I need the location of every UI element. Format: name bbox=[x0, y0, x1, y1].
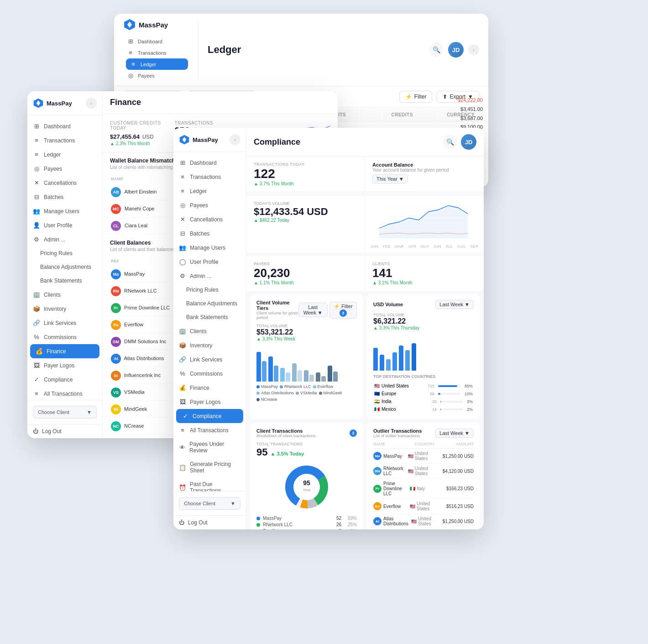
ledger-nav-payees[interactable]: ◎ Payees bbox=[123, 70, 191, 81]
compliance-search-btn[interactable]: 🔍 bbox=[443, 135, 457, 149]
outlier-row[interactable]: Pr Prime Downline LLC 🇮🇹 Italy $166.23 U… bbox=[373, 479, 474, 499]
destination-country-row: 🇪🇺 Europe 56 10% bbox=[374, 390, 473, 397]
c-sidebar-ledger[interactable]: ≡ Ledger bbox=[173, 184, 246, 198]
year-period-btn[interactable]: This Year ▼ bbox=[372, 174, 408, 183]
c-sidebar-admin[interactable]: ⚙ Admin ... bbox=[173, 269, 246, 283]
svg-text:Total: Total bbox=[303, 488, 311, 492]
filter-button[interactable]: ⚡ Filter bbox=[399, 91, 433, 103]
ledger-nav-ledger[interactable]: ≡ Ledger bbox=[126, 58, 188, 70]
c-sidebar-past-due[interactable]: ⏰ Past Due Transactions bbox=[173, 477, 246, 491]
c-sidebar-payees-under-review[interactable]: 👁 Payees Under Review bbox=[173, 437, 246, 457]
outlier-row[interactable]: RN RNetwork LLC 🇺🇸 United States $4,120.… bbox=[373, 464, 474, 479]
sidebar-item-pricing-rules[interactable]: Pricing Rules bbox=[27, 246, 102, 260]
ledger-controls: 🔍 JD › bbox=[429, 42, 479, 58]
c-sidebar-transactions[interactable]: ≡ Transactions bbox=[173, 170, 246, 184]
legend-item: RNetwork LLC 26 25% bbox=[256, 522, 357, 527]
destination-country-row: 🇮🇳 India 20 3% bbox=[374, 398, 473, 405]
ledger-nav-transactions[interactable]: ≡ Transactions bbox=[123, 47, 191, 58]
legend-item: MassPay 52 59% bbox=[256, 516, 357, 521]
sidebar-collapse-btn[interactable]: ‹ bbox=[86, 98, 97, 109]
ledger-nav-dashboard[interactable]: ⊞ Dashboard bbox=[123, 36, 191, 47]
client-volume-bar-chart bbox=[256, 345, 357, 382]
sidebar-item-batches[interactable]: ⊟ Batches bbox=[27, 190, 102, 204]
sidebar-header: MassPay ‹ bbox=[27, 91, 102, 115]
compliance-sidebar-collapse[interactable]: ‹ bbox=[230, 134, 240, 145]
sidebar-item-bank-statements[interactable]: Bank Statements bbox=[27, 274, 102, 288]
c-sidebar-link-services[interactable]: 🔗 Link Services bbox=[173, 352, 246, 367]
chart-x-labels: JANFEBMARAPRMAYJUNJULAUGSEP bbox=[371, 244, 478, 249]
credits-stat: CUSTOMER CREDITS TODAY $27,455.64 USD ▲ … bbox=[110, 120, 175, 146]
sidebar-item-inventory[interactable]: 📦 Inventory bbox=[27, 302, 102, 316]
c-sidebar-payees[interactable]: ◎ Payees bbox=[173, 198, 246, 212]
account-balance-line-chart bbox=[371, 199, 478, 241]
c-choose-client-btn[interactable]: Choose Client ▼ bbox=[179, 497, 240, 510]
compliance-page-title: Compliance bbox=[254, 137, 300, 147]
c-sidebar-compliance[interactable]: ✓ Compliance bbox=[176, 409, 243, 423]
sidebar-item-ledger[interactable]: ≡ Ledger bbox=[27, 147, 102, 162]
choose-client-btn[interactable]: Choose Client ▼ bbox=[33, 406, 97, 419]
expand-arrow[interactable]: › bbox=[468, 44, 479, 55]
masspay-logo-finance[interactable]: MassPay bbox=[33, 98, 72, 109]
masspay-logo[interactable]: MassPay bbox=[123, 18, 191, 31]
c-sidebar-clients[interactable]: 🏢 Clients bbox=[173, 324, 246, 338]
c-sidebar-commissions[interactable]: % Commissions bbox=[173, 367, 246, 381]
client-volume-period-btn[interactable]: Last Week ▼ bbox=[298, 303, 328, 317]
outlier-period-btn[interactable]: Last Week ▼ bbox=[435, 429, 474, 438]
sidebar-item-dashboard[interactable]: ⊞ Dashboard bbox=[27, 119, 102, 133]
sidebar-item-payer-logos[interactable]: 🖼 Payer Logos bbox=[27, 358, 102, 372]
sidebar-item-clients[interactable]: 🏢 Clients bbox=[27, 288, 102, 302]
c-logout-btn[interactable]: ⏻ Log Out bbox=[173, 515, 246, 529]
sidebar-item-link-services[interactable]: 🔗 Link Services bbox=[27, 316, 102, 330]
client-transactions-badge: 2 bbox=[350, 429, 357, 437]
outlier-rows: Ma MassPay 🇺🇸 United States $1,250.00 US… bbox=[373, 449, 474, 529]
c-sidebar-manage-users[interactable]: 👥 Manage Users bbox=[173, 241, 246, 255]
sidebar-item-user-profile[interactable]: 👤 User Profile bbox=[27, 218, 102, 232]
todays-volume-card: TODAY'S VOLUME $12,433.54 USD ▲ $462.22 … bbox=[246, 196, 365, 252]
c-sidebar-payer-logos[interactable]: 🖼 Payer Logos bbox=[173, 395, 246, 409]
sidebar-item-all-transactions[interactable]: ≡ All Transactions bbox=[27, 387, 102, 400]
masspay-logo-icon bbox=[123, 18, 136, 31]
sidebar-item-compliance[interactable]: ✓ Compliance bbox=[27, 372, 102, 387]
usd-volume-period-btn[interactable]: Last Week ▼ bbox=[435, 300, 474, 309]
compliance-sidebar-header: MassPay ‹ bbox=[173, 128, 246, 152]
client-volume-filter-btn[interactable]: ⚡ Filter 3 bbox=[329, 302, 357, 319]
sidebar-item-transactions[interactable]: ≡ Transactions bbox=[27, 133, 102, 147]
sidebar-item-balance-adjustments[interactable]: Balance Adjustments bbox=[27, 260, 102, 274]
c-sidebar-cancellations[interactable]: ✕ Cancellations bbox=[173, 212, 246, 226]
c-sidebar-all-transactions[interactable]: ≡ All Transactions bbox=[173, 423, 246, 437]
c-sidebar-inventory[interactable]: 📦 Inventory bbox=[173, 338, 246, 352]
masspay-logo-compliance[interactable]: MassPay bbox=[179, 134, 218, 145]
ledger-header-left: MassPay ⊞ Dashboard ≡ Transactions ≡ Led… bbox=[123, 18, 241, 81]
outlier-row[interactable]: Ma MassPay 🇺🇸 United States $1,250.00 US… bbox=[373, 449, 474, 464]
c-sidebar-pricing-rules[interactable]: Pricing Rules bbox=[173, 283, 246, 297]
finance-page-title: Finance bbox=[110, 98, 141, 107]
c-sidebar-finance[interactable]: 💰 Finance bbox=[173, 381, 246, 395]
svg-text:95: 95 bbox=[303, 479, 310, 487]
outlier-row[interactable]: At Atlas Distributions 🇺🇸 United States … bbox=[373, 514, 474, 529]
c-sidebar-dashboard[interactable]: ⊞ Dashboard bbox=[173, 156, 246, 170]
outlier-row[interactable]: Ev Everflow 🇺🇸 United States $516.23 USD bbox=[373, 499, 474, 514]
sidebar-item-payees[interactable]: ◎ Payees bbox=[27, 162, 102, 176]
sidebar-item-finance[interactable]: 💰 Finance bbox=[30, 344, 99, 358]
col-credits: CREDITS bbox=[382, 109, 437, 121]
user-avatar[interactable]: JD bbox=[448, 42, 464, 58]
search-icon-btn[interactable]: 🔍 bbox=[429, 42, 444, 57]
finance-sidebar: MassPay ‹ ⊞ Dashboard ≡ Transactions ≡ L… bbox=[27, 91, 103, 438]
c-sidebar-generate-pricing[interactable]: 📋 Generate Pricing Sheet bbox=[173, 457, 246, 477]
payees-stat-card: PAYEES 20,230 ▲ 1.1% This Month bbox=[246, 256, 365, 291]
sidebar-item-admin[interactable]: ⚙ Admin ... bbox=[27, 232, 102, 246]
sidebar-item-commissions[interactable]: % Commissions bbox=[27, 330, 102, 344]
account-balance-placeholder: Account Balance Your account balance for… bbox=[365, 157, 484, 192]
c-sidebar-user-profile[interactable]: ◯ User Profile bbox=[173, 255, 246, 269]
sidebar-item-manage-users[interactable]: 👥 Manage Users bbox=[27, 204, 102, 218]
c-sidebar-bank-statements[interactable]: Bank Statements bbox=[173, 310, 246, 324]
donut-legend: MassPay 52 59% RNetwork LLC 26 25% Everf… bbox=[256, 516, 357, 529]
c-sidebar-balance-adjustments[interactable]: Balance Adjustments bbox=[173, 297, 246, 310]
ledger-header: MassPay ⊞ Dashboard ≡ Transactions ≡ Led… bbox=[114, 14, 488, 86]
sidebar-item-cancellations[interactable]: ✕ Cancellations bbox=[27, 176, 102, 190]
mp-logo-icon-compliance bbox=[179, 134, 190, 145]
compliance-user-avatar[interactable]: JD bbox=[461, 134, 476, 150]
c-sidebar-batches[interactable]: ⊟ Batches bbox=[173, 226, 246, 241]
logout-btn[interactable]: ⏻ Log Out bbox=[27, 424, 102, 438]
destination-country-row: 🇺🇸 United States 715 85% bbox=[374, 382, 473, 389]
